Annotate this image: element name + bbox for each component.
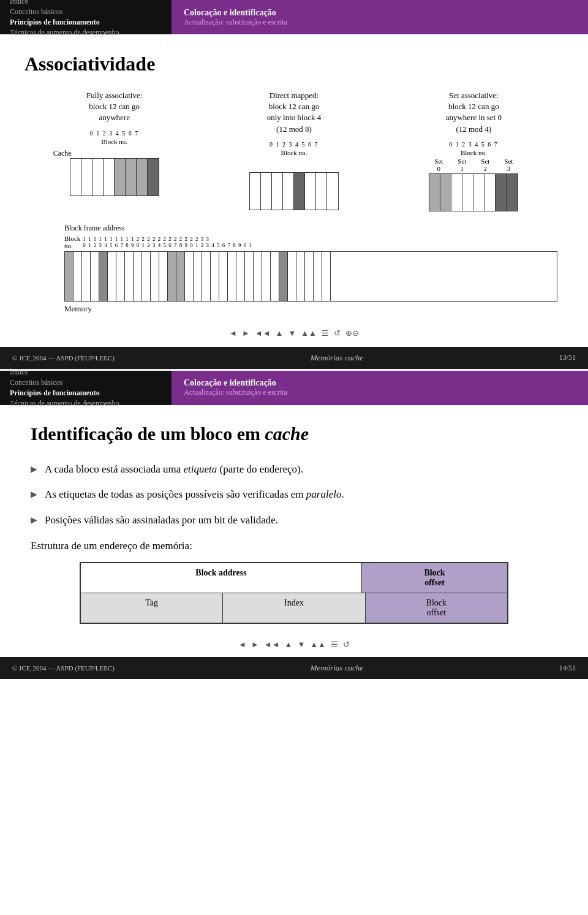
slide1-footer: © JCF, 2004 — ASPD (FEUP/LEEC) Memórias … — [0, 347, 588, 369]
nav-arrow-2[interactable]: ► — [242, 328, 250, 338]
m-col-11 — [159, 252, 168, 301]
s2-nav-menu[interactable]: ☰ — [331, 640, 338, 650]
s2-nav-arrow-3[interactable]: ◄◄ — [264, 640, 280, 650]
memory-diagram: Block frame address Blockno. 1 1 1 1 1 1… — [24, 224, 564, 314]
block-frame-label: Block frame address — [64, 224, 557, 233]
cache-col-2 — [92, 159, 104, 196]
bullet-2-text: As etiquetas de todas as posições possív… — [45, 487, 344, 503]
m-col-20 — [236, 252, 245, 301]
slide1-header-right: Colocação e identificação Actualização: … — [172, 0, 588, 34]
d-cache-col-2 — [272, 173, 283, 210]
nav-tecnicas[interactable]: Técnicas de aumento de desempenho — [10, 28, 162, 38]
slide1-footer-center: Memórias cache — [311, 353, 363, 363]
fully-cache-grid — [70, 158, 159, 196]
nav-arrow-3[interactable]: ◄◄ — [255, 328, 271, 338]
direct-cache-grid — [249, 172, 339, 210]
bullet-arrow-3: ▶ — [31, 514, 37, 526]
m-col-14 — [185, 252, 194, 301]
slide2-title: Identificação de um bloco em cache — [31, 423, 557, 444]
d-cache-col-4 — [294, 173, 305, 210]
s2-nav-indice[interactable]: Índice — [10, 367, 162, 378]
m-col-26 — [288, 252, 296, 301]
s2-nav-refresh[interactable]: ↺ — [343, 640, 350, 650]
nav-arrow-4[interactable]: ▲ — [276, 328, 284, 338]
m-col-17 — [211, 252, 219, 301]
nav-refresh[interactable]: ↺ — [334, 328, 341, 338]
set-assoc-col: Set associative:block 12 can goanywhere … — [412, 90, 535, 211]
memory-label: Memory — [64, 304, 557, 314]
cache-col-7 — [148, 159, 159, 196]
m-col-5 — [108, 252, 116, 301]
slide1-title: Associatividade — [24, 53, 564, 75]
s-cache-col-7 — [507, 174, 518, 211]
fully-block-numbers: 0 1 2 3 4 5 6 7 — [90, 130, 139, 137]
s-cache-col-2 — [451, 174, 462, 211]
nav-arrow-5[interactable]: ▼ — [288, 328, 296, 338]
nav-arrow-7[interactable]: ☰ — [322, 328, 329, 338]
s2-nav-tecnicas[interactable]: Técnicas de aumento de desempenho — [10, 398, 162, 409]
m-col-10 — [151, 252, 159, 301]
memory-grid — [64, 251, 557, 302]
set-label-2: Set2 — [474, 158, 496, 172]
m-col-18 — [219, 252, 228, 301]
nav-arrow-6[interactable]: ▲▲ — [301, 328, 317, 338]
m-col-21 — [245, 252, 254, 301]
s2-nav-arrow-4[interactable]: ▲ — [285, 640, 293, 650]
s2-nav-arrow-5[interactable]: ▼ — [297, 640, 305, 650]
bullet-3: ▶ Posições válidas são assinaladas por u… — [31, 512, 557, 528]
memory-diagram-inner: Block frame address Blockno. 1 1 1 1 1 1… — [31, 224, 557, 314]
s-cache-col-1 — [440, 174, 451, 211]
set-label-1: Set1 — [451, 158, 473, 172]
slide1-footer-left: © JCF, 2004 — ASPD (FEUP/LEEC) — [12, 354, 115, 362]
estrutura-title: Estrutura de um endereço de memória: — [31, 540, 557, 552]
bullet-3-text: Posições válidas são assinaladas por um … — [45, 512, 278, 528]
cache-col-5 — [126, 159, 137, 196]
m-col-7 — [125, 252, 134, 301]
s2-nav-arrow-6[interactable]: ▲▲ — [310, 640, 326, 650]
nav-principios[interactable]: Princípios de funcionamento — [10, 17, 162, 28]
m-col-9 — [142, 252, 151, 301]
addr-tag-cell: Tag — [81, 593, 223, 623]
slide2-footer-right: 14/51 — [559, 664, 576, 673]
s2-nav-arrow-2[interactable]: ► — [251, 640, 259, 650]
addr-index-cell: Index — [223, 593, 365, 623]
slide1-header-left: Índice Conceitos básicos Princípios de f… — [0, 0, 172, 34]
fully-cache-label: Cache — [53, 149, 72, 158]
d-cache-col-0 — [250, 173, 261, 210]
m-col-24 — [271, 252, 279, 301]
block-no-label: Blockno. — [64, 235, 80, 249]
nav-conceitos[interactable]: Conceitos básicos — [10, 7, 162, 17]
cache-col-0 — [70, 159, 81, 196]
slide1-content: Associatividade Fully associative:block … — [0, 34, 588, 326]
direct-block-label: Block no. — [281, 149, 307, 156]
slide1-header: Índice Conceitos básicos Princípios de f… — [0, 0, 588, 34]
s-cache-col-3 — [462, 174, 473, 211]
s2-nav-conceitos[interactable]: Conceitos básicos — [10, 378, 162, 388]
d-cache-col-6 — [316, 173, 327, 210]
assoc-diagram: Fully associative:block 12 can goanywher… — [24, 90, 564, 211]
slide1-section-subtitle: Actualização: substituição e escrita — [184, 18, 576, 27]
s-cache-col-5 — [484, 174, 496, 211]
m-col-16 — [202, 252, 211, 301]
nav-arrow-1[interactable]: ◄ — [229, 328, 237, 338]
m-col-3 — [91, 252, 99, 301]
s2-nav-principios[interactable]: Princípios de funcionamento — [10, 388, 162, 398]
m-col-22 — [254, 252, 262, 301]
m-col-6 — [116, 252, 125, 301]
m-col-12 — [168, 252, 176, 301]
s-cache-col-6 — [496, 174, 507, 211]
slide2-header-right: Colocação e identificação Actualização: … — [172, 371, 588, 405]
slide2-bullets: ▶ A cada bloco está associada uma etique… — [31, 461, 557, 528]
m-col-31 — [331, 252, 339, 301]
m-col-15 — [194, 252, 202, 301]
m-col-29 — [314, 252, 322, 301]
s-cache-col-4 — [473, 174, 484, 211]
s2-nav-arrow-1[interactable]: ◄ — [238, 640, 246, 650]
m-col-4 — [99, 252, 108, 301]
m-col-13 — [176, 252, 185, 301]
nav-indice[interactable]: Índice — [10, 0, 162, 7]
nav-zoom[interactable]: ⊕⊖ — [345, 328, 359, 338]
slide2-footer-left: © JCF, 2004 — ASPD (FEUP/LEEC) — [12, 664, 115, 672]
m-col-27 — [296, 252, 305, 301]
fully-assoc-col: Fully associative:block 12 can goanywher… — [53, 90, 176, 211]
